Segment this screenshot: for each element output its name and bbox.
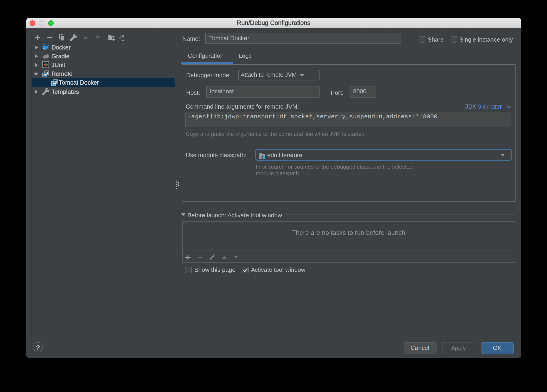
svg-text:z: z — [122, 38, 124, 41]
svg-text:a: a — [122, 34, 124, 38]
